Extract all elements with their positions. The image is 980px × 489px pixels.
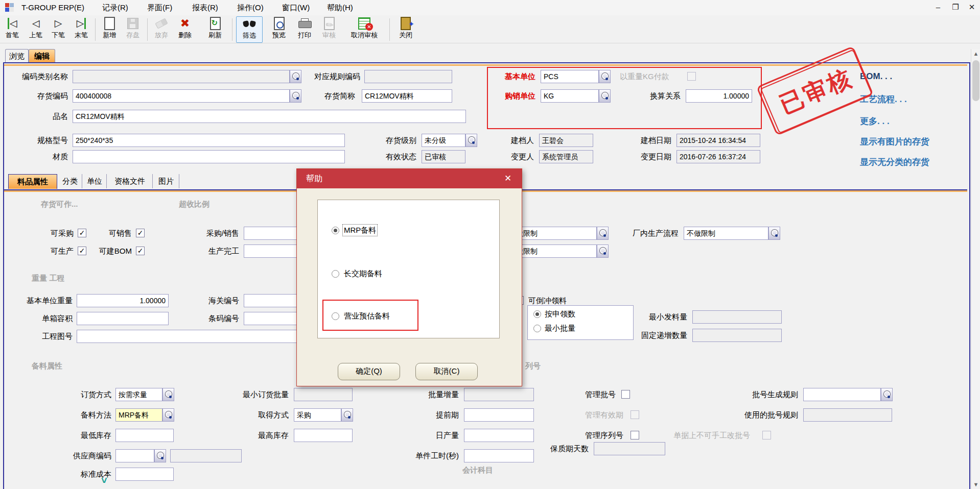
scrollbar-up-icon[interactable]: ▲ [971, 49, 980, 58]
rule-code-field[interactable] [364, 70, 452, 83]
no-limit-2-lookup-icon[interactable] [597, 244, 609, 258]
eraser-icon [154, 16, 169, 31]
subtab-category[interactable]: 分类 [58, 174, 82, 188]
batch-rule-field[interactable] [803, 388, 881, 401]
link-show-unclassified[interactable]: 显示无分类的存货 [860, 156, 929, 168]
code-category-field[interactable] [73, 70, 290, 83]
vertical-scrollbar[interactable]: ▲ ▼ [971, 49, 980, 489]
base-weight-label: 基本单位重量 [8, 294, 73, 307]
product-name-field[interactable]: CR12MOV精料 [73, 110, 466, 123]
daily-output-field[interactable] [464, 429, 534, 442]
toolbar: ◁ 首笔 ◁ 上笔 ▷ 下笔 ▷ 末笔 新增 存盘 放弃 ✖ 删除 ↻ 刷新 [0, 15, 980, 43]
material-field[interactable] [73, 150, 345, 163]
base-unit-field[interactable]: PCS [541, 70, 599, 83]
conversion-field[interactable]: 1.00000 [686, 89, 752, 103]
toolbar-close-button[interactable]: ✦ 关闭 [393, 16, 418, 42]
item-code-field[interactable]: 400400008 [73, 89, 290, 103]
menu-window[interactable]: 窗口(W) [282, 0, 310, 15]
long-lead-backup-label[interactable]: 长交期备料 [344, 269, 382, 278]
menu-record[interactable]: 记录(R) [102, 0, 128, 15]
order-mode-field[interactable]: 按需求量 [115, 388, 162, 401]
toolbar-separator [232, 18, 232, 41]
scrollbar-down-icon[interactable]: ▼ [971, 480, 980, 489]
acquire-field[interactable]: 采购 [294, 408, 341, 422]
toolbar-discard-button: 放弃 [150, 16, 173, 42]
supplier-field[interactable] [115, 449, 154, 462]
can-bom-checkbox[interactable] [136, 247, 145, 255]
sellable-checkbox[interactable] [136, 229, 145, 237]
man age-batch-checkbox[interactable] [621, 390, 630, 399]
max-stock-field[interactable] [294, 429, 353, 442]
unit-time-field[interactable] [464, 449, 534, 462]
toolbar-new-button[interactable]: 新增 [98, 16, 121, 42]
tab-edit[interactable]: 编辑 [29, 49, 55, 63]
mrp-backup-radio[interactable] [332, 227, 339, 234]
trade-unit-field[interactable]: KG [541, 89, 599, 103]
material-label: 材质 [37, 150, 68, 163]
long-lead-backup-radio[interactable] [332, 270, 339, 278]
toolbar-print-button[interactable]: 打印 [293, 16, 316, 42]
restore-button[interactable]: ❐ [948, 0, 963, 15]
item-code-lookup-icon[interactable] [290, 89, 301, 103]
toolbar-first-button[interactable]: ◁ 首笔 [1, 16, 24, 42]
factory-flow-lookup-icon[interactable] [768, 227, 780, 240]
toolbar-filter-button[interactable]: 筛选 [236, 16, 263, 43]
section-can-do: 存货可作... [41, 200, 78, 209]
help-dialog-close-icon[interactable]: ✕ [500, 169, 516, 188]
menu-help[interactable]: 帮助(H) [327, 0, 353, 15]
link-show-with-image[interactable]: 显示有图片的存货 [860, 136, 929, 148]
toolbar-cancel-audit-button[interactable]: ✕ 取消审核 [342, 16, 386, 42]
dialog-cancel-button[interactable]: 取消(C) [415, 363, 478, 380]
backup-method-field[interactable]: MRP备料 [115, 408, 162, 422]
menu-tgroup-erp[interactable]: T-GROUP ERP(E) [21, 0, 84, 15]
std-cost-field[interactable] [115, 468, 174, 481]
toolbar-last-button[interactable]: ▷ 末笔 [69, 16, 93, 42]
minimize-button[interactable]: – [931, 0, 945, 15]
menu-operation[interactable]: 操作(O) [237, 0, 264, 15]
min-stock-field[interactable] [115, 429, 174, 442]
toolbar-delete-button[interactable]: ✖ 删除 [174, 16, 196, 42]
no-limit-1-lookup-icon[interactable] [597, 227, 609, 240]
backup-method-lookup-icon[interactable] [162, 408, 174, 422]
toolbar-next-button[interactable]: ▷ 下笔 [47, 16, 69, 42]
spec-field[interactable]: 250*240*35 [73, 134, 345, 147]
toolbar-refresh-button[interactable]: ↻ 刷新 [203, 16, 227, 42]
toolbar-preview-button[interactable]: 预览 [268, 16, 290, 42]
level-field[interactable]: 未分级 [422, 134, 465, 147]
supplier-lookup-icon[interactable] [154, 449, 166, 462]
drawing-field[interactable] [77, 330, 327, 343]
factory-flow-field[interactable]: 不做限制 [684, 227, 768, 240]
scrollbar-thumb[interactable] [972, 60, 979, 101]
section-account: 会计科目 [462, 466, 493, 475]
acquire-lookup-icon[interactable] [341, 408, 353, 422]
subtab-item-attributes[interactable]: 料品属性 [8, 174, 57, 189]
subtab-unit[interactable]: 单位 [83, 174, 107, 188]
item-abbr-field[interactable]: CR12MOV精料 [362, 89, 452, 103]
link-more[interactable]: 更多. . . [860, 115, 890, 127]
base-weight-field[interactable]: 1.00000 [77, 294, 169, 307]
subtab-qualification[interactable]: 资格文件 [107, 174, 153, 188]
trade-unit-lookup-icon[interactable] [599, 89, 611, 103]
box-volume-field[interactable] [77, 312, 169, 325]
min-batch-radio[interactable] [533, 325, 541, 332]
by-apply-radio[interactable] [533, 310, 541, 318]
menu-report[interactable]: 报表(R) [192, 0, 218, 15]
code-category-lookup-icon[interactable] [290, 70, 301, 83]
close-button[interactable]: ✕ [965, 0, 979, 15]
scroll-down-indicator-icon[interactable]: ˅ [101, 475, 107, 486]
base-unit-lookup-icon[interactable] [599, 70, 611, 83]
manage-serial-checkbox[interactable] [631, 431, 639, 439]
dialog-ok-button[interactable]: 确定(Q) [338, 363, 400, 380]
mrp-backup-label[interactable]: MRP备料 [344, 226, 376, 235]
toolbar-prev-button[interactable]: ◁ 上笔 [25, 16, 47, 42]
subtab-picture[interactable]: 图片 [153, 174, 179, 188]
order-mode-lookup-icon[interactable] [162, 388, 174, 401]
level-lookup-icon[interactable] [465, 134, 477, 147]
purchasable-checkbox[interactable] [78, 229, 86, 237]
menu-interface[interactable]: 界面(F) [147, 0, 172, 15]
producible-checkbox[interactable] [78, 247, 86, 255]
product-name-label: 品名 [37, 110, 68, 123]
lead-time-field[interactable] [464, 408, 534, 422]
batch-rule-lookup-icon[interactable] [881, 388, 893, 401]
tab-browse[interactable]: 浏览 [5, 49, 29, 63]
